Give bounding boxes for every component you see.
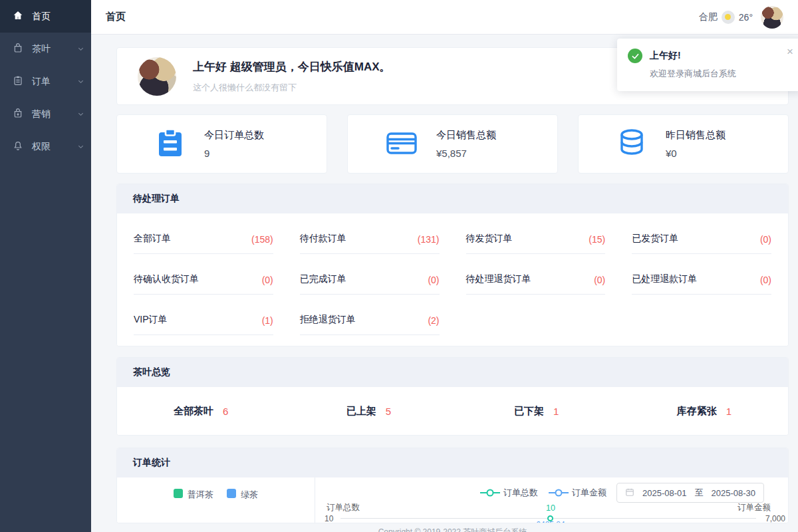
stat-value: ¥5,857 (436, 148, 496, 159)
sidebar-item-home[interactable]: 首页 (0, 0, 91, 33)
legend-swatch-blue (227, 489, 236, 498)
count-badge: (15) (589, 234, 605, 245)
count-badge: (0) (428, 275, 439, 285)
welcome-toast: 上午好! 欢迎登录商城后台系统 × (617, 39, 798, 91)
data-point-count-label: 10 (534, 503, 567, 513)
count-value: 5 (386, 406, 391, 417)
tea-item-on-shelf[interactable]: 已上架 5 (285, 405, 452, 418)
close-icon[interactable]: × (787, 46, 793, 57)
count-badge: (2) (428, 315, 439, 326)
topbar-right: 合肥 26° (699, 6, 783, 29)
sidebar-item-label: 订单 (32, 76, 51, 88)
panel-title: 茶叶总览 (117, 358, 788, 387)
left-axis-tick: 10 (325, 514, 333, 523)
sidebar-item-label: 权限 (32, 141, 51, 153)
tea-overview-panel: 茶叶总览 全部茶叶 6 已上架 5 已下架 1 库存紧张 (116, 357, 789, 436)
pie-legend-puer[interactable]: 普洱茶 (174, 489, 213, 523)
weather-sun-icon (722, 11, 735, 24)
user-avatar[interactable] (761, 6, 783, 29)
pending-item-confirm-receipt-orders[interactable]: 待确认收货订单 (0) (134, 254, 273, 295)
tea-bag-icon (13, 43, 23, 55)
orders-clipboard-icon (13, 75, 23, 88)
tea-item-low-stock[interactable]: 库存紧张 1 (620, 405, 788, 418)
chevron-down-icon (77, 142, 84, 152)
copyright-footer: Copyright © 2019-2022 茶叶商城后台系统 (116, 527, 789, 532)
sidebar-item-tea[interactable]: 茶叶 (0, 33, 91, 65)
pending-item-return-rejected-orders[interactable]: 拒绝退货订单 (2) (300, 295, 440, 335)
permissions-bell-icon (13, 140, 23, 153)
coins-icon (616, 127, 648, 162)
marketing-bag-icon (13, 108, 23, 120)
pending-item-all-orders[interactable]: 全部订单 (158) (134, 213, 273, 254)
pending-item-return-pending-orders[interactable]: 待处理退货订单 (0) (466, 254, 606, 295)
tea-item-all[interactable]: 全部茶叶 6 (117, 405, 285, 418)
sidebar: 首页 茶叶 订单 营销 (0, 0, 91, 532)
line-marker-icon (480, 489, 500, 497)
line-chart-legend: 订单总数 订单金额 (480, 487, 606, 499)
calendar-icon (625, 487, 634, 499)
count-badge: (0) (262, 275, 273, 285)
pending-item-shipped-orders[interactable]: 已发货订单 (0) (632, 213, 771, 254)
pending-item-refunded-orders[interactable]: 已处理退款订单 (0) (632, 254, 771, 295)
date-separator: 至 (695, 487, 704, 499)
sidebar-item-permissions[interactable]: 权限 (0, 130, 91, 163)
count-badge: (0) (760, 234, 771, 245)
sidebar-item-marketing[interactable]: 营销 (0, 98, 91, 130)
tea-overview-body: 全部茶叶 6 已上架 5 已下架 1 库存紧张 1 (117, 387, 788, 435)
stat-label: 昨日销售总额 (666, 129, 726, 142)
date-start[interactable]: 2025-08-01 (642, 488, 687, 498)
stats-row: 今日订单总数 9 今日销售总额 ¥5,857 (116, 114, 789, 174)
credit-card-icon (385, 127, 418, 162)
date-end[interactable]: 2025-08-30 (712, 488, 756, 498)
breadcrumb[interactable]: 首页 (106, 11, 126, 23)
content: 上午好 超级管理员，今日快乐值MAX。 这个人很懒什么都没有留下 今日订单总数 … (91, 35, 798, 532)
sidebar-item-label: 茶叶 (32, 43, 51, 55)
pending-orders-grid: 全部订单 (158) 待付款订单 (131) 待发货订单 (15) 已发货订单 … (117, 213, 788, 346)
panel-title: 订单统计 (117, 448, 788, 477)
weather-city: 合肥 (699, 11, 718, 23)
count-badge: (1) (262, 315, 273, 326)
count-value: 6 (223, 406, 228, 417)
count-badge: (0) (594, 275, 605, 285)
pie-legend-green-tea[interactable]: 绿茶 (227, 489, 258, 523)
pie-chart-legend: 普洱茶 绿茶 (117, 477, 315, 523)
legend-swatch-green (174, 489, 183, 498)
pending-orders-panel: 待处理订单 全部订单 (158) 待付款订单 (131) 待发货订单 (15) (116, 184, 789, 346)
welcome-greeting: 上午好 超级管理员，今日快乐值MAX。 (193, 59, 391, 74)
count-badge: (158) (251, 234, 273, 245)
weather-widget: 合肥 26° (699, 11, 753, 24)
right-axis-title: 订单金额 (737, 502, 771, 513)
home-icon (13, 10, 23, 23)
weather-temperature: 26° (739, 12, 753, 23)
welcome-motto: 这个人很懒什么都没有留下 (193, 82, 391, 94)
sidebar-item-label: 营销 (32, 108, 51, 120)
legend-order-amount[interactable]: 订单金额 (549, 487, 606, 499)
pending-item-unpaid-orders[interactable]: 待付款订单 (131) (300, 213, 440, 254)
toast-title: 上午好! (650, 50, 736, 62)
line-marker-icon (549, 489, 569, 497)
stat-label: 今日销售总额 (436, 129, 496, 142)
count-value: 1 (726, 406, 732, 417)
data-point-amount-label: 6485.84 (529, 520, 572, 523)
order-stats-body: 普洱茶 绿茶 订单总数 (117, 477, 788, 523)
line-chart: 订单总数 订单金额 202 (315, 477, 788, 523)
tea-item-off-shelf[interactable]: 已下架 1 (453, 405, 620, 418)
chevron-down-icon (77, 76, 84, 87)
chart-controls: 订单总数 订单金额 202 (480, 483, 764, 503)
stat-value: 9 (204, 148, 264, 159)
success-check-icon (628, 49, 642, 63)
sidebar-item-orders[interactable]: 订单 (0, 65, 91, 98)
date-range-picker[interactable]: 2025-08-01 至 2025-08-30 (616, 483, 764, 503)
order-stats-panel: 订单统计 普洱茶 绿茶 (116, 448, 789, 523)
stat-card-today-sales: 今日销售总额 ¥5,857 (347, 114, 558, 174)
legend-order-count[interactable]: 订单总数 (480, 487, 538, 499)
count-badge: (0) (760, 275, 771, 285)
pending-item-to-ship-orders[interactable]: 待发货订单 (15) (466, 213, 606, 254)
count-value: 1 (553, 406, 559, 417)
pending-item-completed-orders[interactable]: 已完成订单 (0) (300, 254, 440, 295)
toast-message: 欢迎登录商城后台系统 (650, 68, 736, 80)
sidebar-item-label: 首页 (32, 11, 51, 23)
chevron-down-icon (77, 44, 84, 55)
top-bar: 首页 合肥 26° (91, 0, 798, 35)
pending-item-vip-orders[interactable]: VIP订单 (1) (134, 295, 273, 335)
